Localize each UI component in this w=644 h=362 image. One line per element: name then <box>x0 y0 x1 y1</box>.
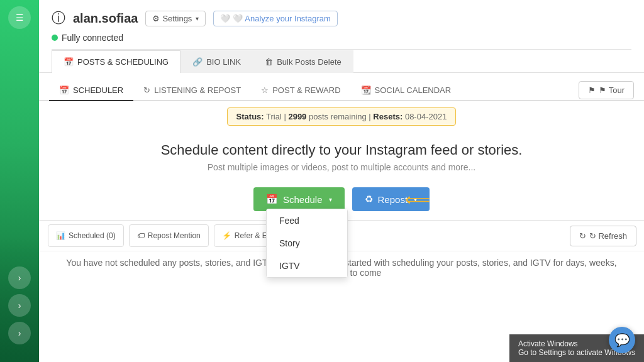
tag-icon: 🏷 <box>137 231 145 240</box>
calendar-small-icon: 📅 <box>59 85 69 95</box>
sidebar: ☰ › › › <box>0 0 39 362</box>
sidebar-menu-icon[interactable]: ☰ <box>8 6 31 29</box>
bottom-tabs-left: 📊 Scheduled (0) 🏷 Repost Mention ⚡ Refer… <box>47 221 287 251</box>
hero-title: Schedule content directly to your Instag… <box>52 142 631 158</box>
settings-button[interactable]: ⚙ Settings ▾ <box>145 11 206 26</box>
star-icon: ☆ <box>261 85 269 95</box>
chart-icon: 📊 <box>56 231 65 240</box>
secondary-tabs: 📅 SCHEDULER ↻ LISTENING & REPOST ☆ POST … <box>49 80 461 100</box>
repost-label: Repost <box>378 194 408 205</box>
heart-icon: 🤍 <box>220 14 230 23</box>
refresh-button[interactable]: ↻ ↻ Refresh <box>570 226 636 246</box>
tab-post-reward[interactable]: ☆ POST & REWARD <box>251 80 350 101</box>
dropdown-item-feed[interactable]: Feed <box>267 209 347 232</box>
schedule-button[interactable]: 📅 Schedule ▾ <box>253 187 345 211</box>
tab-bio-link[interactable]: 🔗 BIO LINK <box>180 50 253 73</box>
connected-dot <box>52 35 58 41</box>
primary-tabs: 📅 POSTS & SCHEDULING 🔗 BIO LINK 🗑 Bulk P… <box>52 49 631 72</box>
bolt-icon: ⚡ <box>222 231 231 240</box>
account-name: alan.sofiaa <box>73 11 138 26</box>
settings-caret: ▾ <box>196 15 199 22</box>
tab-scheduler[interactable]: 📅 SCHEDULER <box>49 80 133 101</box>
hero-subtitle: Post multiple images or videos, post to … <box>52 162 631 172</box>
status-text: Status: Trial | 2999 posts remaining | R… <box>236 112 447 121</box>
chat-icon: 💬 <box>614 332 630 348</box>
hero-section: Schedule content directly to your Instag… <box>39 132 644 178</box>
bottom-tab-repost-mention[interactable]: 🏷 Repost Mention <box>129 224 209 247</box>
repost-icon: ↻ <box>143 85 150 95</box>
repost-recycle-icon: ♻ <box>365 194 373 205</box>
connected-text: Fully connected <box>62 33 123 43</box>
chat-button[interactable]: 💬 <box>609 327 635 353</box>
action-area: 📅 Schedule ▾ ♻ Repost ▾ Feed Story IGTV … <box>39 178 644 220</box>
sidebar-arrow-1[interactable]: › <box>8 266 31 289</box>
schedule-label: Schedule <box>283 194 323 205</box>
dropdown-item-igtv[interactable]: IGTV <box>267 255 347 277</box>
secondary-tabs-wrapper: 📅 SCHEDULER ↻ LISTENING & REPOST ☆ POST … <box>39 73 644 101</box>
tab-posts-scheduling[interactable]: 📅 POSTS & SCHEDULING <box>52 50 180 73</box>
flag-icon: ⚑ <box>588 85 596 95</box>
tab-listening-repost[interactable]: ↻ LISTENING & REPOST <box>133 80 251 101</box>
content-area: 📅 SCHEDULER ↻ LISTENING & REPOST ☆ POST … <box>39 73 644 362</box>
tour-button[interactable]: ⚑ ⚑ Tour <box>579 81 634 99</box>
header-top: ⓘ alan.sofiaa ⚙ Settings ▾ 🤍 🤍 Analyze y… <box>52 9 631 28</box>
analyze-label: 🤍 Analyze your Instagram <box>233 14 330 23</box>
header: ⓘ alan.sofiaa ⚙ Settings ▾ 🤍 🤍 Analyze y… <box>39 0 644 73</box>
tab-bulk-delete[interactable]: 🗑 Bulk Posts Delete <box>253 50 353 73</box>
instagram-icon: ⓘ <box>52 9 65 28</box>
sidebar-arrow-2[interactable]: › <box>8 294 31 317</box>
link-icon: 🔗 <box>192 57 203 67</box>
arrow-decoration: ⟸ <box>405 189 430 210</box>
analyze-button[interactable]: 🤍 🤍 Analyze your Instagram <box>213 11 337 26</box>
trash-icon: 🗑 <box>265 57 273 67</box>
schedule-caret: ▾ <box>329 196 332 203</box>
sidebar-arrow-3[interactable]: › <box>8 322 31 344</box>
settings-icon: ⚙ <box>152 14 160 23</box>
status-bar: Status: Trial | 2999 posts remaining | R… <box>39 101 644 132</box>
tour-label: ⚑ Tour <box>599 85 625 95</box>
settings-label: Settings <box>162 14 192 23</box>
connection-status: Fully connected <box>52 33 631 43</box>
refresh-label: ↻ Refresh <box>589 231 627 241</box>
schedule-dropdown: Feed Story IGTV <box>266 209 348 278</box>
bottom-tab-scheduled[interactable]: 📊 Scheduled (0) <box>48 224 124 247</box>
status-badge: Status: Trial | 2999 posts remaining | R… <box>227 107 457 126</box>
schedule-icon: 📅 <box>266 194 278 205</box>
refresh-icon: ↻ <box>579 231 586 241</box>
grid-icon: 📆 <box>361 85 371 95</box>
calendar-icon: 📅 <box>64 57 74 67</box>
main-content: ⓘ alan.sofiaa ⚙ Settings ▾ 🤍 🤍 Analyze y… <box>39 0 644 362</box>
dropdown-item-story[interactable]: Story <box>267 232 347 255</box>
tab-social-calendar[interactable]: 📆 SOCIAL CALENDAR <box>351 80 462 101</box>
